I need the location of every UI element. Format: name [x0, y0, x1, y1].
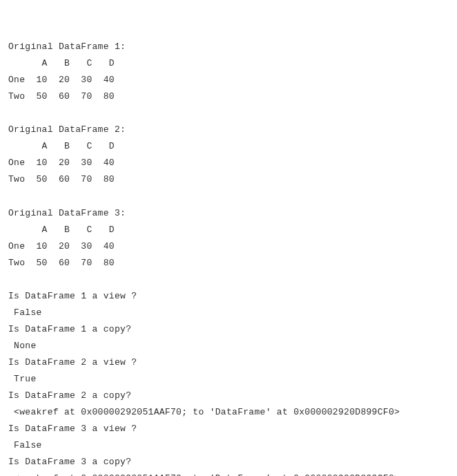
a-df2-copy: <weakref at 0x00000292051AAF70; to 'Data… — [8, 404, 449, 421]
df1-header: A B C D — [8, 55, 449, 72]
df2-header: A B C D — [8, 138, 449, 155]
df1-row-two: Two 50 60 70 80 — [8, 88, 449, 105]
df3-row-two: Two 50 60 70 80 — [8, 255, 449, 272]
q-df3-view: Is DataFrame 3 a view ? — [8, 421, 449, 437]
a-df3-view: False — [8, 437, 449, 454]
a-df2-view: True — [8, 371, 449, 388]
a-df3-copy: <weakref at 0x00000292051AAF70; to 'Data… — [8, 470, 449, 476]
df3-header: A B C D — [8, 222, 449, 238]
df3-title: Original DataFrame 3: — [8, 205, 449, 222]
df2-row-one: One 10 20 30 40 — [8, 155, 449, 171]
df1-row-one: One 10 20 30 40 — [8, 72, 449, 88]
q-df2-copy: Is DataFrame 2 a copy? — [8, 388, 449, 404]
q-df2-view: Is DataFrame 2 a view ? — [8, 354, 449, 371]
a-df1-view: False — [8, 305, 449, 321]
q-df3-copy: Is DataFrame 3 a copy? — [8, 454, 449, 470]
a-df1-copy: None — [8, 338, 449, 354]
df2-title: Original DataFrame 2: — [8, 122, 449, 138]
q-df1-copy: Is DataFrame 1 a copy? — [8, 321, 449, 338]
df2-row-two: Two 50 60 70 80 — [8, 171, 449, 188]
df1-title: Original DataFrame 1: — [8, 39, 449, 55]
df3-row-one: One 10 20 30 40 — [8, 238, 449, 255]
q-df1-view: Is DataFrame 1 a view ? — [8, 288, 449, 305]
